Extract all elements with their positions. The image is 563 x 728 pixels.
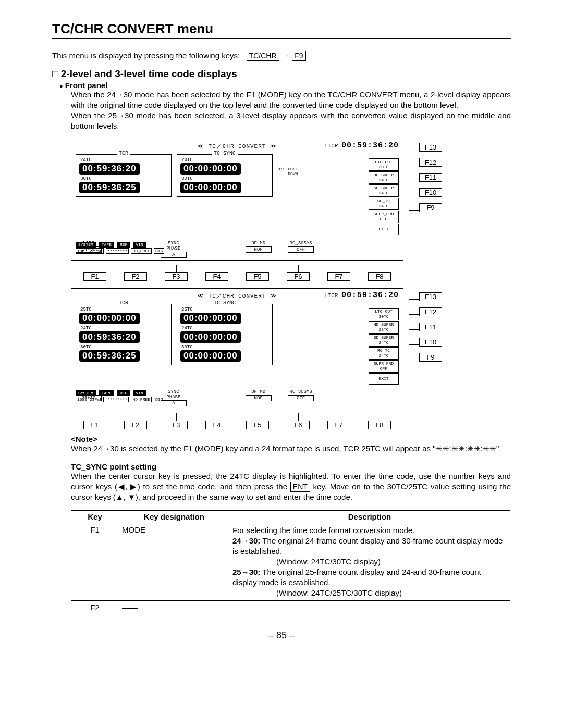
diagram-3level: ≪ TC／CHR CONVERT ≫ LTCR 00:59:36:20 TCR … [71,288,511,429]
intro-line: This menu is displayed by pressing the f… [52,51,511,61]
note-text: When 24→30 is selected by the F1 (MODE) … [71,443,511,454]
tcr-24tc: 00:59:36:20 [79,163,140,175]
key-table: Key Key designation Description F1 MODE … [71,510,510,614]
vtr-screen-2: ≪ TC／CHR CONVERT ≫ LTCR 00:59:36:20 TCR … [71,288,403,409]
vtr-screen-1: ≪ TC／CHR CONVERT ≫ LTCR 00:59:36:20 TCR … [71,139,403,261]
key-tcchr: TC/CHR [247,51,279,61]
key-ent: ENT [290,482,310,492]
tcr-30tc: 00:59:36:25 [79,182,140,193]
intro-text: This menu is displayed by pressing the f… [52,51,240,60]
table-row: F2 —— [71,601,510,614]
side-fkeys-2: F13 F12 F11 F10 F9 [409,292,442,362]
table-row: F1 MODE For selecting the time code form… [71,523,510,601]
bottom-fkeys-2: F1 F2 F3 F4 F5 F6 F7 F8 [83,411,511,429]
diagram-2level: ≪ TC／CHR CONVERT ≫ LTCR 00:59:36:20 TCR … [71,139,511,281]
note-label: <Note> [71,435,511,443]
tcsync-heading: TC_SYNC point setting [71,462,511,471]
front-panel-p2: When the 25→30 mode has been selected, a… [71,110,511,131]
front-panel-p1: When the 24→30 mode has been selected by… [71,90,511,110]
bottom-fkeys-1: F1 F2 F3 F4 F5 F6 F7 F8 [83,263,511,281]
page-title: TC/CHR CONVERT menu [52,21,511,39]
key-f9: F9 [292,51,305,61]
section-heading: □ 2-level and 3-level time code displays [52,68,511,80]
arrow-icon: → [282,51,292,60]
tcsync-para: When the center cursor key is pressed, t… [71,471,511,502]
page-number: – 85 – [52,630,511,641]
front-panel-label: ●Front panel [59,81,511,90]
side-fkeys-1: F13 F12 F11 F10 F9 [409,143,442,212]
